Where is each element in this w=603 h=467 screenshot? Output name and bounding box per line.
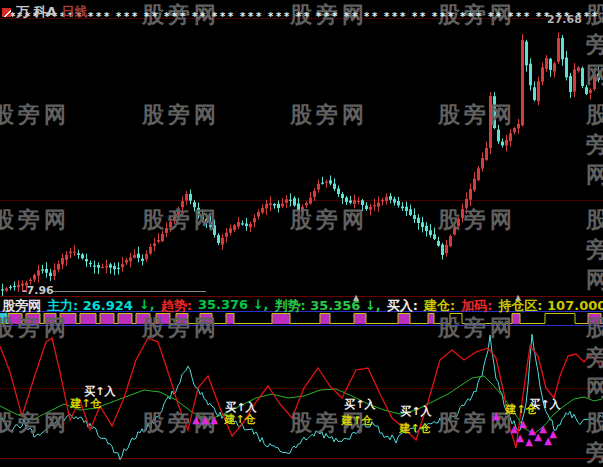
app-icon [2, 8, 11, 17]
stock-app-window: 万 科A 日线 股旁网股旁网股旁网股旁网股旁网股旁网股旁网股旁网股旁网股旁网股旁… [0, 0, 603, 467]
oscillator-panel[interactable] [0, 326, 603, 460]
main-candle-panel[interactable] [0, 18, 603, 296]
ribbon-indicator-panel[interactable] [0, 311, 603, 326]
